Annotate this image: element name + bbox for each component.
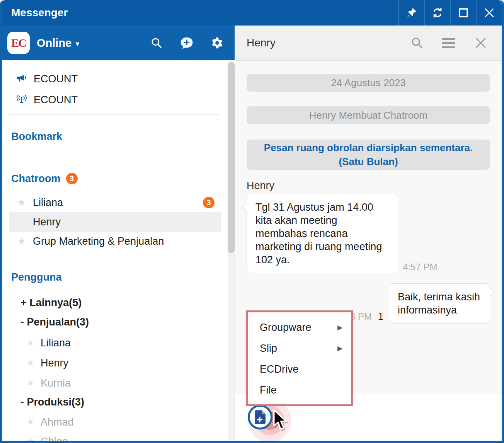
sidebar-scrollbar-thumb[interactable]: [228, 62, 235, 253]
chatroom-item-liliana[interactable]: ★ Liliana 3: [9, 193, 221, 212]
outgoing-message-bubble: Baik, terima kasih informasinya: [389, 283, 490, 324]
messenger-window: Messenger: [0, 0, 504, 443]
presence-status: Online: [37, 37, 72, 49]
star-icon[interactable]: ★: [27, 436, 41, 441]
user-name: Henry: [41, 357, 68, 369]
menu-item-label: Slip: [260, 342, 277, 354]
user-name: Chloe: [41, 436, 68, 441]
unread-badge: 3: [203, 197, 215, 208]
close-icon: [474, 36, 488, 50]
unread-count: 1: [378, 311, 383, 322]
incoming-message-row: Tgl 31 Agustus jam 14.00 kita akan meeti…: [247, 194, 490, 273]
user-group-produksi[interactable]: - Produksi(3): [20, 396, 235, 408]
megaphone-icon: [16, 72, 27, 86]
refresh-icon: [431, 7, 444, 19]
broadcast-label: ECOUNT: [34, 73, 78, 85]
broadcast-label: ECOUNT: [34, 94, 78, 106]
notice-line2: (Satu Bulan): [339, 155, 398, 169]
sidebar-scrollbar-track[interactable]: [228, 62, 235, 441]
settings-button[interactable]: [211, 36, 224, 49]
new-chat-button[interactable]: [180, 36, 194, 50]
submenu-arrow-icon: ▶: [337, 344, 342, 353]
section-title-label: Pengguna: [11, 271, 62, 283]
chatroom-name: Henry: [33, 216, 61, 228]
chat-panel: Henry 24 Agustus 2023 Henry Membuat Chat…: [235, 26, 502, 441]
chatroom-name: Grup Marketing & Penjualan: [33, 235, 164, 247]
divider: [7, 159, 219, 159]
group-label-text: - Produksi(3): [20, 396, 84, 408]
menu-item-slip[interactable]: Slip ▶: [248, 338, 351, 359]
search-icon: [150, 37, 163, 49]
refresh-button[interactable]: [424, 0, 450, 26]
user-item-liliana[interactable]: ★ Liliana: [27, 337, 235, 349]
antenna-icon: [16, 93, 27, 107]
section-chatroom[interactable]: Chatroom 3: [11, 172, 235, 185]
star-icon[interactable]: ★: [27, 378, 41, 388]
chat-header: Henry: [235, 26, 502, 61]
section-bookmark[interactable]: Bookmark: [11, 130, 235, 143]
message-time: 4:57 PM: [403, 262, 437, 273]
attach-file-button[interactable]: [248, 405, 272, 429]
menu-item-file[interactable]: File: [248, 380, 351, 400]
search-icon: [410, 36, 424, 49]
date-chip: 24 Agustus 2023: [247, 74, 490, 92]
user-item-chloe[interactable]: ★ Chloe: [27, 435, 235, 441]
section-title-label: Bookmark: [11, 131, 62, 143]
menu-item-ecdrive[interactable]: ECDrive: [248, 359, 351, 380]
user-name: Liliana: [41, 337, 71, 349]
user-item-ahmad[interactable]: ★ Ahmad: [27, 416, 235, 428]
sidebar: EC Online ▾: [2, 26, 235, 441]
chat-search-button[interactable]: [410, 36, 424, 49]
divider: [7, 114, 219, 115]
group-label-text: - Penjualan(3): [20, 316, 89, 328]
chatroom-name: Liliana: [33, 197, 63, 209]
chat-title: Henry: [235, 37, 410, 49]
gear-icon: [211, 36, 224, 49]
user-name: Kurnia: [41, 377, 71, 389]
search-button[interactable]: [150, 37, 163, 49]
star-icon[interactable]: ★: [17, 197, 33, 208]
attach-context-menu: Groupware ▶ Slip ▶ ECDrive File: [246, 310, 353, 406]
chevron-down-icon: ▾: [75, 39, 79, 48]
close-icon: [483, 7, 495, 19]
close-window-button[interactable]: [476, 0, 502, 26]
chat-close-button[interactable]: [474, 36, 488, 50]
pin-icon: [406, 7, 417, 19]
user-item-kurnia[interactable]: ★ Kurnia: [27, 377, 235, 389]
group-label-text: + Lainnya(5): [20, 297, 82, 309]
archive-notice-chip: Pesan ruang obrolan diarsipkan sementara…: [247, 140, 490, 170]
broadcast-item-ecount-notice[interactable]: ECOUNT: [16, 72, 235, 86]
chatroom-item-grup-marketing[interactable]: ★ Grup Marketing & Penjualan: [9, 232, 221, 250]
app-title: Messenger: [2, 7, 398, 19]
chat-plus-icon: [180, 36, 194, 50]
presence-dropdown[interactable]: Online ▾: [37, 37, 79, 49]
event-chip: Henry Membuat Chatroom: [247, 106, 490, 124]
message-sender: Henry: [247, 180, 490, 192]
submenu-arrow-icon: ▶: [337, 324, 342, 332]
user-item-henry[interactable]: ★ Henry: [27, 357, 235, 369]
broadcast-item-ecount-live[interactable]: ECOUNT: [16, 93, 235, 107]
star-icon[interactable]: ★: [27, 417, 41, 427]
user-group-lainnya[interactable]: + Lainnya(5): [20, 296, 235, 309]
user-name: Ahmad: [41, 416, 74, 428]
star-icon[interactable]: ★: [17, 236, 33, 247]
menu-item-label: ECDrive: [260, 363, 299, 375]
menu-item-groupware[interactable]: Groupware ▶: [248, 317, 351, 338]
divider: [7, 257, 219, 257]
maximize-icon: [457, 7, 470, 19]
maximize-button[interactable]: [450, 0, 476, 26]
pin-button[interactable]: [398, 0, 424, 26]
chat-menu-button[interactable]: [442, 38, 455, 48]
menu-item-label: File: [260, 384, 277, 396]
section-pengguna[interactable]: Pengguna: [11, 271, 235, 283]
incoming-message-bubble: Tgl 31 Agustus jam 14.00 kita akan meeti…: [247, 194, 398, 273]
star-icon[interactable]: ★: [27, 358, 41, 368]
cursor-pointer: [272, 409, 289, 433]
chatroom-item-henry[interactable]: ★ Henry: [9, 212, 221, 232]
star-icon[interactable]: ★: [27, 338, 41, 348]
user-group-penjualan[interactable]: - Penjualan(3): [20, 316, 235, 328]
title-bar: Messenger: [2, 0, 502, 26]
ecount-logo: EC: [7, 32, 30, 54]
section-title-label: Chatroom: [11, 173, 61, 185]
chatroom-unread-badge: 3: [66, 173, 78, 184]
